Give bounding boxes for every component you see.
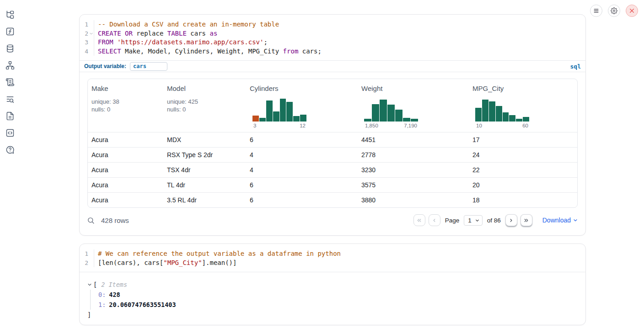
snippets-icon[interactable] <box>5 128 15 137</box>
next-page-button[interactable] <box>505 214 517 226</box>
line-number: 3 <box>80 38 88 47</box>
page-select[interactable]: 1 <box>464 215 483 226</box>
python-code-editor[interactable]: 1# We can reference the output variable … <box>80 244 585 272</box>
histogram-bar[interactable] <box>280 99 286 122</box>
histogram-bar[interactable] <box>496 106 502 122</box>
histogram-bar[interactable] <box>411 119 418 122</box>
histogram-bar[interactable] <box>372 104 379 122</box>
histogram-bar[interactable] <box>475 108 482 122</box>
fold-toggle <box>88 38 94 47</box>
histogram-bar[interactable] <box>482 100 488 122</box>
dependency-graph-icon[interactable] <box>5 61 15 70</box>
code-line[interactable]: 2CREATE OR replace TABLE cars as <box>80 29 585 38</box>
last-page-button[interactable] <box>521 214 532 226</box>
search-icon <box>87 217 95 224</box>
shutdown-button[interactable] <box>626 5 638 17</box>
file-explorer-icon[interactable] <box>5 10 15 19</box>
fold-chevron-icon <box>89 32 93 36</box>
histogram-bar[interactable] <box>252 116 259 122</box>
first-page-button[interactable] <box>413 214 425 226</box>
histogram-bar[interactable] <box>403 118 410 122</box>
download-button[interactable]: Download <box>542 217 578 224</box>
table-row[interactable]: Acura MDX 6 4451 17 <box>88 132 577 147</box>
sidebar <box>0 0 20 333</box>
scratchpad-icon[interactable] <box>5 78 15 87</box>
histogram-bar[interactable] <box>523 117 529 122</box>
hist-max-label: 7,190 <box>404 123 417 128</box>
table-row[interactable]: Acura 3.5 RL 4dr 6 3880 18 <box>88 192 577 207</box>
table-row[interactable]: Acura RSX Type S 2dr 4 2778 24 <box>88 147 577 162</box>
output-variable-bar: Output variable: sql <box>80 60 585 72</box>
column-header-cylinders[interactable]: Cylinders 3 12 <box>246 85 358 132</box>
fold-toggle <box>88 259 94 268</box>
settings-button[interactable] <box>608 5 620 17</box>
hist-min-label: 1,850 <box>365 123 378 128</box>
table-footer: 428 rows Page 1 of 86 Download <box>80 208 585 233</box>
histogram-bar[interactable] <box>489 101 495 122</box>
code-line[interactable]: 1# We can reference the output variable … <box>80 249 585 259</box>
chevron-right-icon <box>508 217 514 223</box>
sql-code-editor[interactable]: 1-- Download a CSV and create an in-memo… <box>80 15 585 60</box>
histogram-bar[interactable] <box>266 100 273 122</box>
weight-histogram: 1,850 7,190 <box>364 98 418 128</box>
search-button[interactable] <box>87 217 95 224</box>
histogram-bar[interactable] <box>395 110 402 122</box>
fold-toggle <box>88 47 94 56</box>
previous-page-button[interactable] <box>429 214 440 226</box>
column-header-weight[interactable]: Weight 1,850 7,190 <box>358 85 469 132</box>
line-number: 2 <box>80 29 88 38</box>
histogram-bar[interactable] <box>503 112 509 122</box>
chevron-down-icon <box>475 218 480 223</box>
histogram-bar[interactable] <box>293 116 300 122</box>
model-nulls-stat: nulls: 0 <box>167 106 242 113</box>
variables-icon[interactable] <box>5 27 15 36</box>
chevrons-right-icon <box>523 217 529 223</box>
collapse-toggle[interactable] <box>87 282 92 287</box>
histogram-bar[interactable] <box>364 119 371 122</box>
column-header-make[interactable]: Make unique: 38 nulls: 0 <box>88 85 163 132</box>
code-line[interactable]: 1-- Download a CSV and create an in-memo… <box>80 20 585 29</box>
close-bracket: ] <box>87 310 578 320</box>
logs-icon[interactable] <box>5 95 15 104</box>
mpg-city-histogram: 10 60 <box>475 98 529 128</box>
output-variable-label: Output variable: <box>84 63 126 69</box>
histogram-bar[interactable] <box>387 105 395 122</box>
documentation-icon[interactable] <box>5 111 15 121</box>
row-count: 428 rows <box>101 217 129 224</box>
hist-min-label: 3 <box>253 123 256 128</box>
output-tree: [ 2 Items 0:428 1:20.060747663551403 ] <box>80 272 585 327</box>
table-row[interactable]: Acura TL 4dr 6 3575 20 <box>88 177 577 192</box>
make-nulls-stat: nulls: 0 <box>91 106 160 113</box>
make-unique-stat: unique: 38 <box>91 98 160 106</box>
table-header: Make unique: 38 nulls: 0 Model unique: 4… <box>88 79 577 132</box>
open-bracket: [ <box>93 280 97 290</box>
code-line[interactable]: 3FROM 'https://datasets.marimo.app/cars.… <box>80 38 585 47</box>
table-row[interactable]: Acura TSX 4dr 4 3230 22 <box>88 162 577 177</box>
help-icon[interactable] <box>5 145 15 154</box>
items-count: 2 Items <box>101 280 127 290</box>
column-header-model[interactable]: Model unique: 425 nulls: 0 <box>163 85 246 132</box>
code-line[interactable]: 4SELECT Make, Model, Cylinders, Weight, … <box>80 47 585 56</box>
fold-toggle <box>88 20 94 29</box>
hist-max-label: 12 <box>300 123 306 128</box>
histogram-bar[interactable] <box>300 115 306 122</box>
histogram-bar[interactable] <box>273 111 279 122</box>
sql-cell: 1-- Download a CSV and create an in-memo… <box>79 14 586 236</box>
code-line[interactable]: 2[len(cars), cars["MPG_City"].mean()] <box>80 259 585 268</box>
gear-icon <box>611 7 617 14</box>
line-number: 1 <box>80 20 88 29</box>
chevrons-left-icon <box>416 217 422 223</box>
chevron-left-icon <box>431 217 437 223</box>
hist-min-label: 10 <box>476 123 482 128</box>
histogram-bar[interactable] <box>259 118 266 122</box>
close-icon <box>629 8 635 14</box>
histogram-bar[interactable] <box>286 102 293 122</box>
output-variable-input[interactable] <box>130 62 167 71</box>
histogram-bar[interactable] <box>516 119 522 122</box>
histogram-bar[interactable] <box>380 100 387 122</box>
fold-toggle[interactable] <box>88 29 94 38</box>
column-header-mpg-city[interactable]: MPG_City 10 60 <box>469 85 577 132</box>
histogram-bar[interactable] <box>509 115 515 122</box>
datasources-icon[interactable] <box>5 44 15 53</box>
notebook-menu-button[interactable] <box>590 5 602 17</box>
